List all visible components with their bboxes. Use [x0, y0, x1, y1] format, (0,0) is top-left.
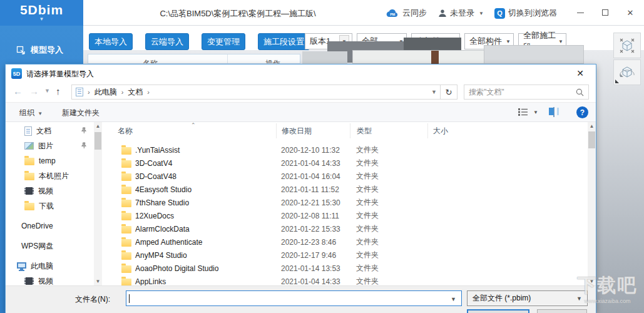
- sidebar-scrollbar[interactable]: ▲ ▼: [94, 122, 102, 285]
- folder-icon: [121, 160, 131, 168]
- dialog-logo-icon: 5D: [11, 68, 22, 79]
- place-item[interactable]: WPS网盘: [12, 240, 92, 252]
- toolbar-button[interactable]: 本地导入: [89, 33, 133, 50]
- address-dropdown-button[interactable]: ▼: [431, 89, 437, 95]
- building-wing: [484, 45, 584, 64]
- sidebar-item-model-import[interactable]: 模型导入: [0, 39, 83, 61]
- place-icon: [24, 126, 32, 136]
- place-item[interactable]: 图片: [12, 140, 92, 152]
- place-item[interactable]: 视频: [12, 185, 92, 197]
- folder-icon: [121, 173, 131, 181]
- scroll-down-icon[interactable]: ▼: [588, 277, 596, 285]
- help-button[interactable]: ?: [576, 106, 588, 118]
- model-import-icon: [16, 46, 26, 55]
- scroll-up-icon[interactable]: ▲: [94, 122, 102, 130]
- text-caret: [129, 294, 130, 303]
- dialog-body: 文档 图片 temp 本机照片 视频: [6, 122, 596, 285]
- place-item[interactable]: temp: [12, 155, 92, 167]
- fit-view-button[interactable]: [613, 33, 641, 58]
- open-button[interactable]: [467, 309, 529, 313]
- toolbar-button[interactable]: 云端导入: [145, 33, 189, 50]
- folder-icon: [121, 265, 131, 273]
- filename-input[interactable]: ▼: [126, 290, 462, 306]
- minimize-button[interactable]: [571, 5, 589, 20]
- dialog-title: 请选择算量模型导入: [26, 69, 94, 80]
- cancel-button[interactable]: [537, 309, 587, 313]
- file-row[interactable]: .YunTaiAssist 2020-12-10 11:32 文件夹: [103, 143, 588, 156]
- address-bar[interactable]: › 此电脑 › 文档 ›: [71, 85, 441, 100]
- folder-icon: [121, 252, 131, 260]
- scrollbar-thumb[interactable]: [95, 132, 101, 150]
- search-placeholder: 搜索"文档": [469, 87, 504, 98]
- column-header-type[interactable]: 类型: [350, 123, 427, 138]
- switch-browser-button[interactable]: Q 切换到浏览器: [494, 7, 557, 19]
- file-row[interactable]: AlarmClockData 2021-01-22 15:33 文件夹: [103, 222, 588, 235]
- column-header-name[interactable]: 名称: [103, 123, 276, 138]
- file-list-scrollbar[interactable]: ▲ ▼: [588, 122, 596, 285]
- column-header-size[interactable]: 大小: [427, 123, 473, 138]
- breadcrumb-this-pc[interactable]: 此电脑: [95, 87, 117, 98]
- maximize-button[interactable]: [596, 5, 614, 20]
- place-icon: [17, 262, 26, 269]
- zoom-extents-cube-icon: [618, 37, 636, 54]
- close-button[interactable]: ✕: [621, 5, 639, 20]
- flyout-corner-icon: [615, 80, 619, 83]
- app-logo: 5Dbim: [0, 3, 83, 18]
- scroll-up-icon[interactable]: ▲: [588, 122, 596, 130]
- view-mode-dropdown-button[interactable]: ▼: [533, 110, 538, 115]
- file-open-dialog: 5D 请选择算量模型导入 ✕ ← → ▼ ↑ › 此电脑 › 文档 › ▼ ↻ …: [5, 64, 596, 313]
- file-row[interactable]: AppLinks 2021-01-04 14:33 文件夹: [103, 275, 588, 285]
- file-row[interactable]: 3D-CoatV48 2021-01-04 16:04 文件夹: [103, 170, 588, 183]
- window-title: C:\品茗BIM5D\案例工程\案例工程—施工版\: [160, 8, 315, 19]
- new-folder-button[interactable]: 新建文件夹: [62, 108, 100, 118]
- file-row[interactable]: AnyMP4 Studio 2020-12-17 9:46 文件夹: [103, 249, 588, 262]
- filetype-dropdown[interactable]: 全部文件 (*.pbim) ▼: [467, 290, 588, 306]
- place-icon: [24, 187, 34, 195]
- file-row[interactable]: 4Easysoft Studio 2021-01-11 11:52 文件夹: [103, 183, 588, 196]
- building-door: [431, 51, 439, 64]
- breadcrumb-documents[interactable]: 文档: [128, 87, 143, 98]
- forward-button[interactable]: →: [29, 86, 39, 96]
- toolbar-button[interactable]: 施工段设置: [258, 33, 310, 50]
- building-annex: [302, 51, 347, 64]
- place-item[interactable]: 视频: [12, 275, 92, 285]
- login-button[interactable]: 未登录 ▼: [438, 7, 484, 19]
- folder-icon: [121, 279, 131, 286]
- history-dropdown-button[interactable]: ▼: [44, 88, 50, 94]
- place-icon: [24, 203, 34, 210]
- orbit-cube-icon: [618, 64, 636, 81]
- user-icon: [438, 9, 447, 18]
- preview-pane-button[interactable]: [553, 107, 555, 117]
- logo-caret-icon: ▼: [0, 18, 83, 21]
- filename-label: 文件名(N):: [6, 294, 110, 305]
- scroll-down-icon[interactable]: ▼: [94, 277, 102, 285]
- orbit-view-button[interactable]: [613, 59, 641, 85]
- file-row[interactable]: 12XueDocs 2020-12-08 11:11 文件夹: [103, 209, 588, 222]
- app-logo-menu[interactable]: 5Dbim ▼: [0, 0, 83, 26]
- bg-col-name: 名称: [143, 58, 158, 64]
- column-header-date[interactable]: 修改日期: [276, 123, 350, 138]
- place-item[interactable]: 此电脑: [12, 260, 92, 272]
- file-row[interactable]: 7thShare Studio 2020-12-21 15:30 文件夹: [103, 196, 588, 209]
- file-row[interactable]: Amped Authenticate 2020-12-23 8:46 文件夹: [103, 235, 588, 249]
- place-item[interactable]: 本机照片: [12, 170, 92, 182]
- file-row[interactable]: AoaoPhoto Digital Studio 2021-01-14 13:5…: [103, 262, 588, 275]
- search-input[interactable]: 搜索"文档": [464, 85, 589, 100]
- dialog-close-button[interactable]: ✕: [572, 67, 588, 80]
- chevron-down-icon: ▼: [479, 11, 484, 16]
- up-button[interactable]: ↑: [56, 86, 61, 96]
- scrollbar-thumb[interactable]: [588, 131, 595, 148]
- cloud-sync-button[interactable]: PM 云同步: [386, 7, 427, 19]
- organize-button[interactable]: 组织 ▼: [19, 108, 43, 118]
- toolbar-button[interactable]: 变更管理: [202, 33, 245, 50]
- refresh-button[interactable]: ↻: [441, 85, 457, 100]
- chevron-down-icon: ▼: [576, 295, 582, 302]
- back-button[interactable]: ←: [13, 86, 23, 96]
- pin-icon: [81, 142, 87, 151]
- place-item[interactable]: 文档: [12, 125, 92, 137]
- browser-icon: Q: [494, 8, 505, 19]
- view-mode-button[interactable]: [518, 108, 528, 118]
- file-row[interactable]: 3D-CoatV4 2021-01-04 14:33 文件夹: [103, 156, 588, 170]
- place-item[interactable]: 下载: [12, 200, 92, 212]
- place-item[interactable]: OneDrive: [12, 220, 92, 232]
